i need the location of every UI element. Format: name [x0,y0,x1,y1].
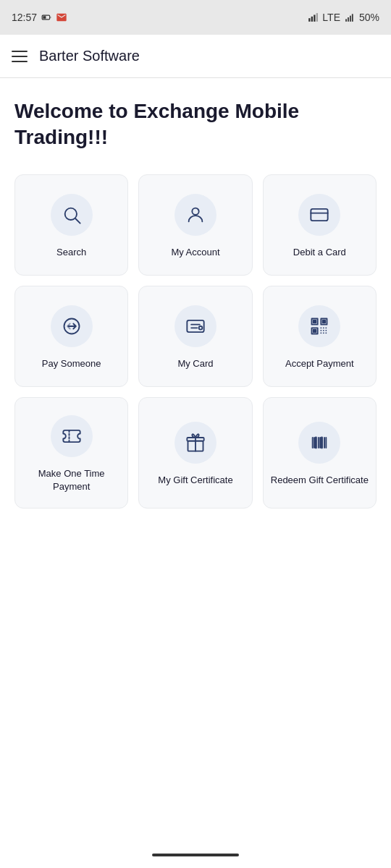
battery-percent: 50% [359,12,379,23]
credit-card-icon [309,205,329,225]
svg-rect-6 [316,13,318,22]
my-gift-icon-wrap [175,422,216,464]
svg-rect-5 [314,15,315,22]
barcode-icon [309,433,329,453]
my-account-icon-wrap [175,194,216,236]
card-my-account[interactable]: My Account [138,174,252,276]
svg-rect-9 [350,16,351,22]
status-right: LTE 50% [308,12,379,23]
id-card-icon [185,316,206,336]
ticket-icon [62,426,82,446]
svg-rect-4 [311,17,313,22]
card-my-card-label: My Card [177,357,213,370]
gift-icon [185,433,206,453]
card-search[interactable]: Search [14,174,128,276]
svg-rect-7 [345,19,347,22]
svg-rect-3 [308,18,310,22]
app-bar: Barter Software [0,35,391,78]
card-debit-card[interactable]: Debit a Card [263,174,377,276]
main-content: Welcome to Exchange Mobile Trading!!! Se… [0,78,391,523]
one-time-payment-icon-wrap [51,415,93,457]
card-pay-someone[interactable]: Pay Someone [14,286,128,387]
feature-grid: Search My Account Debit a Card [14,174,377,509]
lte-signal-icon [345,12,355,22]
person-icon [185,205,206,225]
debit-card-icon-wrap [298,194,340,236]
card-my-gift-label: My Gift Certificate [158,474,232,487]
card-search-label: Search [56,246,86,259]
svg-rect-25 [323,320,326,323]
svg-rect-14 [311,209,328,221]
time-display: 12:57 [12,12,37,23]
svg-rect-24 [314,320,316,323]
accept-payment-icon-wrap [298,305,340,347]
battery-icon [41,12,51,22]
qr-code-icon [309,316,329,336]
gmail-icon [56,12,67,23]
my-card-icon-wrap [175,305,216,347]
card-redeem-gift-label: Redeem Gift Certificate [271,474,369,487]
card-debit-label: Debit a Card [293,246,346,259]
svg-point-11 [64,208,76,219]
bottom-bar [0,842,391,868]
search-icon [62,205,82,225]
svg-rect-10 [352,14,353,21]
menu-button[interactable] [12,51,28,62]
signal-icon [308,12,318,22]
svg-rect-8 [348,17,349,22]
status-bar: 12:57 LTE 50% [0,0,391,35]
app-bar-title: Barter Software [39,48,140,64]
card-accept-payment-label: Accept Payment [285,357,354,370]
pay-someone-icon-wrap [51,305,93,347]
welcome-heading: Welcome to Exchange Mobile Trading!!! [14,98,377,151]
svg-rect-2 [43,16,46,19]
status-left: 12:57 [12,12,67,23]
redeem-gift-icon-wrap [298,422,340,464]
transfer-icon [62,316,82,336]
card-pay-someone-label: Pay Someone [42,357,101,370]
card-my-account-label: My Account [171,246,219,259]
home-indicator [152,854,239,856]
network-label: LTE [322,12,340,23]
card-accept-payment[interactable]: Accept Payment [263,286,377,387]
card-my-gift[interactable]: My Gift Certificate [138,397,252,509]
search-icon-wrap [51,194,93,236]
svg-rect-26 [314,329,316,332]
card-my-card[interactable]: My Card [138,286,252,387]
svg-point-20 [199,326,203,330]
svg-point-13 [192,208,198,214]
card-redeem-gift[interactable]: Redeem Gift Certificate [263,397,377,509]
card-one-time-payment-label: Make One Time Payment [22,467,120,493]
svg-line-12 [75,218,80,223]
card-one-time-payment[interactable]: Make One Time Payment [14,397,128,509]
